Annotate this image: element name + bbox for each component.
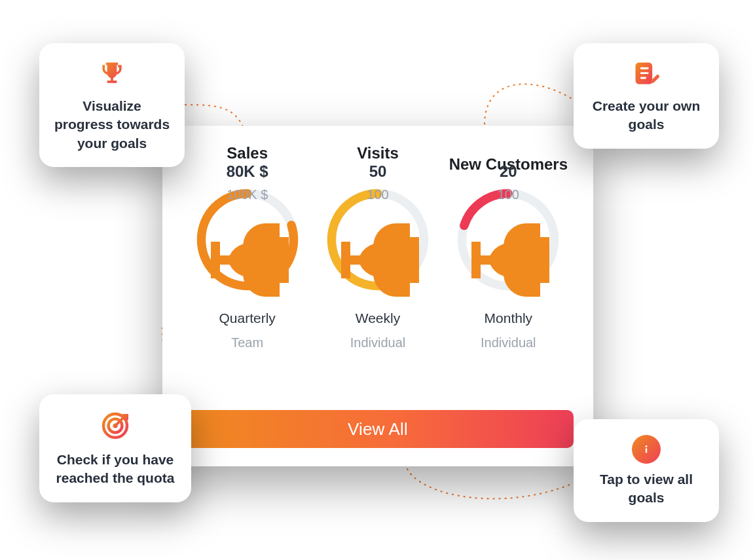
target-icon <box>100 410 131 444</box>
view-all-button[interactable]: View All <box>182 410 574 448</box>
gauge-scope: Team <box>231 335 263 350</box>
trophy-icon <box>98 59 126 90</box>
gauge-ring: 20 100 <box>453 185 563 295</box>
svg-point-7 <box>646 445 648 447</box>
gauge-target: 100 <box>367 187 388 202</box>
gauge-current: 80K $ <box>227 162 268 181</box>
svg-rect-1 <box>640 67 649 69</box>
trophy-icon <box>323 205 433 318</box>
gauge-new-customers: New Customers 20 100 Month <box>443 144 574 350</box>
callout-quota: Check if you have reached the quota <box>39 394 191 502</box>
gauge-ring: 50 100 <box>323 185 433 295</box>
gauge-current: 50 <box>369 162 387 181</box>
svg-rect-8 <box>646 448 647 453</box>
callout-label: Visualize progress towards your goals <box>52 97 172 153</box>
gauge-sales: Sales 80K $ 100K $ Quarter <box>182 144 312 350</box>
list-edit-icon <box>632 59 661 90</box>
svg-rect-3 <box>640 77 646 79</box>
gauge-visits: Visits 50 100 Weekly <box>312 144 443 350</box>
trophy-icon <box>193 205 303 318</box>
callout-label: Tap to view all goals <box>587 470 706 508</box>
svg-rect-2 <box>640 72 649 74</box>
callout-viewall: Tap to view all goals <box>574 419 719 522</box>
info-icon <box>632 435 661 464</box>
callout-visualize: Visualize progress towards your goals <box>39 43 185 167</box>
callout-create: Create your own goals <box>574 43 719 149</box>
gauge-scope: Individual <box>481 335 536 350</box>
gauge-ring: 80K $ 100K $ <box>193 185 303 295</box>
goals-panel: Sales 80K $ 100K $ Quarter <box>162 126 593 466</box>
callout-label: Create your own goals <box>587 97 706 134</box>
gauge-target: 100 <box>498 187 519 202</box>
callout-label: Check if you have reached the quota <box>52 451 178 488</box>
gauge-current: 20 <box>500 162 517 181</box>
trophy-icon <box>453 205 563 318</box>
gauge-target: 100K $ <box>227 187 268 202</box>
gauge-scope: Individual <box>350 335 406 350</box>
